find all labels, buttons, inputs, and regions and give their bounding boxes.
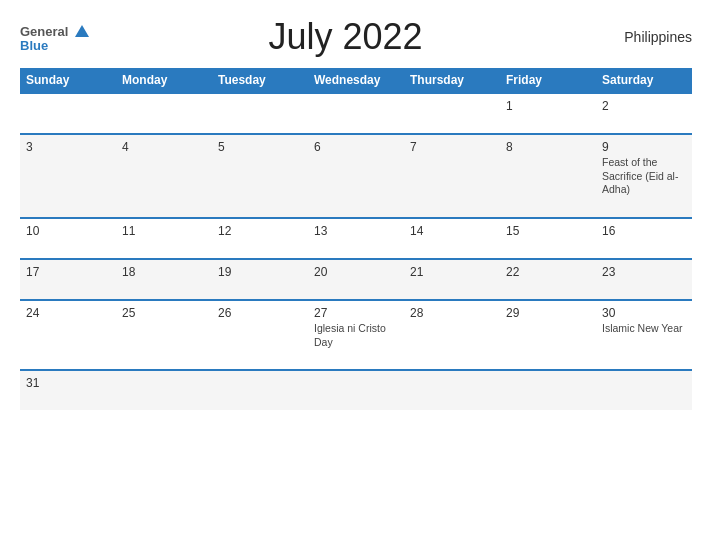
day-number: 28 <box>410 306 494 320</box>
calendar-cell: 7 <box>404 134 500 218</box>
day-number: 3 <box>26 140 110 154</box>
calendar-cell: 6 <box>308 134 404 218</box>
day-number: 16 <box>602 224 686 238</box>
page: General Blue July 2022 Philippines Sunda… <box>0 0 712 550</box>
calendar-cell: 17 <box>20 259 116 300</box>
day-number: 19 <box>218 265 302 279</box>
day-number: 10 <box>26 224 110 238</box>
logo-blue-text: Blue <box>20 39 89 52</box>
col-header-friday: Friday <box>500 68 596 93</box>
calendar-cell: 14 <box>404 218 500 259</box>
calendar-table: SundayMondayTuesdayWednesdayThursdayFrid… <box>20 68 692 410</box>
calendar-title: July 2022 <box>89 16 602 58</box>
day-number: 15 <box>506 224 590 238</box>
day-number: 25 <box>122 306 206 320</box>
calendar-cell <box>596 370 692 410</box>
day-number: 12 <box>218 224 302 238</box>
calendar-cell: 4 <box>116 134 212 218</box>
week-row-5: 24252627Iglesia ni Cristo Day282930Islam… <box>20 300 692 370</box>
day-number: 4 <box>122 140 206 154</box>
logo-triangle-icon <box>75 25 89 37</box>
calendar-cell: 18 <box>116 259 212 300</box>
week-row-1: 12 <box>20 93 692 134</box>
event-label: Iglesia ni Cristo Day <box>314 322 398 349</box>
calendar-cell: 31 <box>20 370 116 410</box>
calendar-header-row: SundayMondayTuesdayWednesdayThursdayFrid… <box>20 68 692 93</box>
calendar-cell <box>212 93 308 134</box>
calendar-cell: 11 <box>116 218 212 259</box>
calendar-cell: 15 <box>500 218 596 259</box>
calendar-cell: 13 <box>308 218 404 259</box>
calendar-cell <box>116 370 212 410</box>
day-number: 22 <box>506 265 590 279</box>
day-number: 20 <box>314 265 398 279</box>
calendar-cell: 27Iglesia ni Cristo Day <box>308 300 404 370</box>
calendar-cell: 22 <box>500 259 596 300</box>
event-label: Islamic New Year <box>602 322 686 336</box>
day-number: 5 <box>218 140 302 154</box>
calendar-cell: 24 <box>20 300 116 370</box>
calendar-cell: 21 <box>404 259 500 300</box>
col-header-monday: Monday <box>116 68 212 93</box>
calendar-cell: 16 <box>596 218 692 259</box>
calendar-cell <box>500 370 596 410</box>
calendar-cell <box>116 93 212 134</box>
calendar-cell: 23 <box>596 259 692 300</box>
day-number: 13 <box>314 224 398 238</box>
day-number: 29 <box>506 306 590 320</box>
calendar-header: General Blue July 2022 Philippines <box>20 16 692 58</box>
calendar-cell: 2 <box>596 93 692 134</box>
col-header-sunday: Sunday <box>20 68 116 93</box>
calendar-cell <box>308 93 404 134</box>
day-number: 1 <box>506 99 590 113</box>
col-header-wednesday: Wednesday <box>308 68 404 93</box>
calendar-cell: 3 <box>20 134 116 218</box>
country-label: Philippines <box>602 29 692 45</box>
day-number: 23 <box>602 265 686 279</box>
day-number: 8 <box>506 140 590 154</box>
week-row-6: 31 <box>20 370 692 410</box>
day-number: 7 <box>410 140 494 154</box>
calendar-cell <box>20 93 116 134</box>
day-number: 21 <box>410 265 494 279</box>
col-header-tuesday: Tuesday <box>212 68 308 93</box>
day-number: 6 <box>314 140 398 154</box>
day-number: 2 <box>602 99 686 113</box>
week-row-4: 17181920212223 <box>20 259 692 300</box>
day-number: 14 <box>410 224 494 238</box>
calendar-cell: 19 <box>212 259 308 300</box>
col-header-thursday: Thursday <box>404 68 500 93</box>
calendar-cell: 30Islamic New Year <box>596 300 692 370</box>
calendar-cell <box>404 93 500 134</box>
calendar-cell: 26 <box>212 300 308 370</box>
calendar-cell: 25 <box>116 300 212 370</box>
day-number: 30 <box>602 306 686 320</box>
logo-general-text: General <box>20 23 89 39</box>
day-number: 24 <box>26 306 110 320</box>
week-row-2: 3456789Feast of the Sacrifice (Eid al-Ad… <box>20 134 692 218</box>
day-number: 17 <box>26 265 110 279</box>
day-number: 11 <box>122 224 206 238</box>
day-number: 18 <box>122 265 206 279</box>
calendar-cell: 28 <box>404 300 500 370</box>
calendar-cell <box>404 370 500 410</box>
calendar-cell: 29 <box>500 300 596 370</box>
calendar-cell: 8 <box>500 134 596 218</box>
calendar-cell: 20 <box>308 259 404 300</box>
col-header-saturday: Saturday <box>596 68 692 93</box>
calendar-cell: 1 <box>500 93 596 134</box>
calendar-cell: 12 <box>212 218 308 259</box>
day-number: 31 <box>26 376 110 390</box>
day-number: 27 <box>314 306 398 320</box>
week-row-3: 10111213141516 <box>20 218 692 259</box>
day-number: 26 <box>218 306 302 320</box>
event-label: Feast of the Sacrifice (Eid al-Adha) <box>602 156 686 197</box>
calendar-cell <box>212 370 308 410</box>
calendar-cell: 5 <box>212 134 308 218</box>
calendar-cell <box>308 370 404 410</box>
calendar-cell: 10 <box>20 218 116 259</box>
logo: General Blue <box>20 23 89 52</box>
calendar-cell: 9Feast of the Sacrifice (Eid al-Adha) <box>596 134 692 218</box>
day-number: 9 <box>602 140 686 154</box>
